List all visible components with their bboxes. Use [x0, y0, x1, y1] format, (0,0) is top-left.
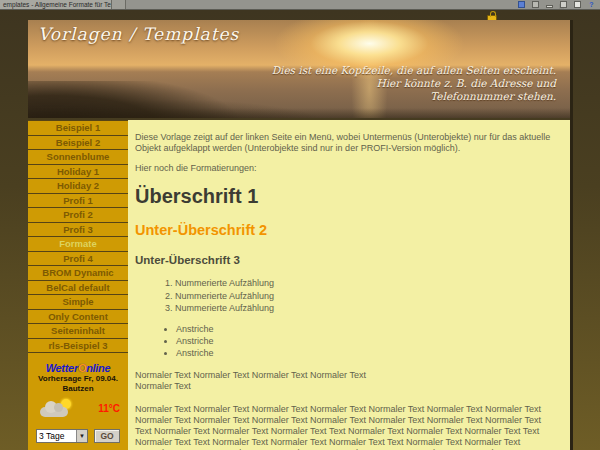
cloud-icon — [40, 407, 68, 417]
sidebar-item-holiday-2[interactable]: Holiday 2 — [28, 179, 128, 194]
sidebar-item-belcal-default[interactable]: BelCal default — [28, 281, 128, 296]
sidebar-item-beispiel-2[interactable]: Beispiel 2 — [28, 136, 128, 151]
forecast-city: Bautzen — [28, 384, 128, 394]
browser-tab[interactable]: emplates - Allgemeine Formate für Texte … — [0, 0, 112, 9]
main-row: Beispiel 1 Beispiel 2 Sonnenblume Holida… — [28, 120, 570, 450]
copy-icon[interactable] — [532, 1, 539, 8]
partly-cloudy-icon — [40, 399, 74, 419]
window-icon[interactable] — [560, 1, 567, 8]
intro-paragraph: Diese Vorlage zeigt auf der linken Seite… — [135, 132, 554, 154]
normal-text-line: Normaler Text Normaler Text Normaler Tex… — [135, 370, 554, 381]
logo-text: nline — [86, 362, 110, 374]
browser-window: emplates - Allgemeine Formate für Texte … — [0, 0, 600, 450]
sidebar-menu: Beispiel 1 Beispiel 2 Sonnenblume Holida… — [28, 120, 128, 450]
sidebar-item-rls-beispiel-3[interactable]: rls-Beispiel 3 — [28, 339, 128, 354]
printer-icon[interactable] — [518, 1, 525, 8]
logo-o-icon: O — [78, 362, 86, 374]
browser-toolbar: ? — [518, 0, 600, 9]
sidebar-item-profi-3[interactable]: Profi 3 — [28, 223, 128, 238]
go-button[interactable]: GO — [94, 429, 120, 443]
content-area: Diese Vorlage zeigt auf der linken Seite… — [128, 120, 570, 450]
minimize-icon[interactable] — [546, 5, 553, 8]
browser-tab-stub[interactable] — [112, 0, 126, 9]
heading-1: Überschrift 1 — [135, 185, 554, 207]
tagline-line: Dies ist eine Kopfzeile, die auf allen S… — [272, 64, 556, 77]
bullet-list-item: Anstriche — [176, 347, 554, 359]
forecast-range-select[interactable]: 3 Tage ▼ — [36, 429, 88, 443]
titlebar-spacer — [126, 0, 518, 9]
formats-intro: Hier noch die Formatierungen: — [135, 163, 554, 174]
heading-2: Unter-Überschrift 2 — [135, 222, 554, 238]
logo-text: Wetter — [46, 362, 78, 374]
site-title: Vorlagen / Templates — [38, 24, 239, 44]
header-image: Vorlagen / Templates Dies ist eine Kopfz… — [28, 20, 570, 118]
bullet-list-item: Anstriche — [176, 335, 554, 347]
temperature-value: 11°C — [98, 403, 120, 414]
sidebar-item-holiday-1[interactable]: Holiday 1 — [28, 165, 128, 180]
normal-text-paragraph: Normaler Text Normaler Text Normaler Tex… — [135, 404, 554, 450]
bullet-list-item: Anstriche — [176, 323, 554, 335]
weather-condition-row: 11°C — [28, 397, 128, 423]
page-background: Vorlagen / Templates Dies ist eine Kopfz… — [0, 10, 600, 450]
sidebar-item-only-content[interactable]: Only Content — [28, 310, 128, 325]
normal-text-line: Normaler Text — [135, 381, 554, 392]
site-frame: Vorlagen / Templates Dies ist eine Kopfz… — [28, 20, 573, 450]
header-tagline: Dies ist eine Kopfzeile, die auf allen S… — [272, 64, 556, 103]
forecast-label: Vorhersage Fr, 09.04. — [28, 374, 128, 384]
numbered-list: Nummerierte Aufzählung Nummerierte Aufzä… — [135, 277, 554, 315]
numbered-list-item: Nummerierte Aufzählung — [175, 302, 554, 315]
tagline-line: Hier könnte z. B. die Adresse und — [272, 77, 556, 90]
help-icon[interactable]: ? — [588, 1, 595, 8]
page-icon[interactable] — [574, 1, 581, 8]
sidebar-item-beispiel-1[interactable]: Beispiel 1 — [28, 121, 128, 136]
sidebar-item-sonnenblume[interactable]: Sonnenblume — [28, 150, 128, 165]
weather-widget: WetterOnline Vorhersage Fr, 09.04. Bautz… — [28, 353, 128, 450]
sidebar-item-profi-2[interactable]: Profi 2 — [28, 208, 128, 223]
heading-3: Unter-Überschrift 3 — [135, 254, 554, 267]
chevron-down-icon[interactable]: ▼ — [76, 430, 87, 442]
sidebar-item-profi-1[interactable]: Profi 1 — [28, 194, 128, 209]
bullet-list: Anstriche Anstriche Anstriche — [135, 323, 554, 359]
sidebar-item-formate[interactable]: Formate — [28, 237, 128, 252]
sidebar-item-profi-4[interactable]: Profi 4 — [28, 252, 128, 267]
sidebar-item-brom-dynamic[interactable]: BROM Dynamic — [28, 266, 128, 281]
weather-controls: 3 Tage ▼ GO — [28, 429, 128, 443]
select-value: 3 Tage — [39, 431, 64, 441]
wetteronline-logo[interactable]: WetterOnline — [28, 362, 128, 374]
normal-text-block: Normaler Text Normaler Text Normaler Tex… — [135, 370, 554, 392]
tagline-line: Telefonnummer stehen. — [272, 90, 556, 103]
browser-titlebar: emplates - Allgemeine Formate für Texte … — [0, 0, 600, 10]
numbered-list-item: Nummerierte Aufzählung — [175, 277, 554, 290]
sidebar-item-simple[interactable]: Simple — [28, 295, 128, 310]
sidebar-item-seiteninhalt[interactable]: Seiteninhalt — [28, 324, 128, 339]
numbered-list-item: Nummerierte Aufzählung — [175, 290, 554, 303]
